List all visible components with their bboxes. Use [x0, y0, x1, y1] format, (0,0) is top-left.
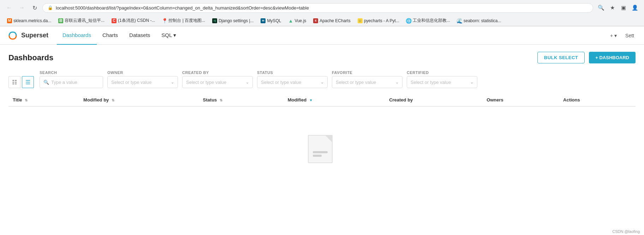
th-modified[interactable]: Modified ▼: [284, 94, 385, 106]
favicon-echarts: E: [313, 18, 318, 23]
chevron-down-icon: ⌄: [246, 80, 249, 85]
empty-doc-icon: [308, 135, 336, 167]
bookmark-mysql[interactable]: M MySQL: [258, 17, 284, 24]
url-text: localhost:5000/dashboard/list/?pageIndex…: [56, 5, 588, 11]
search-browser-button[interactable]: 🔍: [596, 3, 606, 13]
table-header: Title ⇅ Modified by ⇅ Status ⇅ Modifie: [8, 94, 636, 106]
app-container: Superset Dashboards Charts Datasets SQL …: [0, 26, 644, 235]
dashboards-table: Title ⇅ Modified by ⇅ Status ⇅ Modifie: [8, 94, 636, 107]
th-status[interactable]: Status ⇅: [199, 94, 284, 106]
back-button[interactable]: ←: [4, 3, 14, 13]
bookmark-django[interactable]: dj Django settings |...: [209, 17, 256, 24]
bookmark-ronglian[interactable]: 容 容联云通讯_短信平...: [55, 17, 107, 25]
empty-state: [8, 107, 636, 186]
page-content: Dashboards BULK SELECT + DASHBOARD ☷ ☰ S…: [0, 45, 644, 235]
bookmark-label: pyecharts - A Pyt...: [364, 18, 399, 23]
bookmark-star-button[interactable]: ★: [607, 3, 617, 13]
favicon-vue: ▲: [288, 18, 293, 23]
nav-links: Dashboards Charts Datasets SQL ▾: [57, 26, 182, 45]
browser-toolbar: ← → ↻ 🔒 localhost:5000/dashboard/list/?p…: [0, 0, 644, 16]
chevron-down-icon: ⌄: [395, 80, 399, 85]
favorite-placeholder: Select or type value: [336, 80, 393, 85]
favorite-select[interactable]: Select or type value ⌄: [332, 76, 402, 88]
table-container: Title ⇅ Modified by ⇅ Status ⇅ Modifie: [8, 94, 636, 107]
favicon-django: dj: [212, 18, 217, 23]
bookmark-pyecharts[interactable]: ☺ pyecharts - A Pyt...: [355, 17, 402, 24]
footer-text: CSDN @laofing: [612, 229, 640, 234]
grid-view-button[interactable]: ☷: [8, 76, 20, 88]
sort-icon-status: ⇅: [220, 98, 222, 102]
nav-link-dashboards[interactable]: Dashboards: [57, 26, 97, 45]
profile-button[interactable]: 👤: [630, 3, 640, 13]
certified-filter-label: CERTIFIED: [407, 70, 477, 75]
reload-button[interactable]: ↻: [30, 3, 40, 13]
nav-link-charts[interactable]: Charts: [97, 26, 124, 45]
th-title[interactable]: Title ⇅: [8, 94, 79, 106]
th-actions: Actions: [559, 94, 636, 106]
favicon-csdn: C: [112, 18, 117, 23]
bookmark-seaborn[interactable]: 🌊 seaborn: statistica...: [454, 17, 504, 24]
status-filter-label: STATUS: [257, 70, 328, 75]
extensions-button[interactable]: ▣: [619, 3, 628, 13]
superset-logo-text: Superset: [21, 32, 48, 39]
search-input[interactable]: [51, 80, 111, 85]
address-bar[interactable]: 🔒 localhost:5000/dashboard/list/?pageInd…: [42, 3, 593, 13]
th-title-label: Title: [13, 97, 22, 103]
doc-line-2: [313, 155, 322, 157]
footer-bar: CSDN @laofing: [608, 228, 644, 235]
nav-link-datasets[interactable]: Datasets: [124, 26, 156, 45]
created-by-filter-label: CREATED BY: [182, 70, 253, 75]
nav-plus-button[interactable]: + ▾: [607, 31, 620, 40]
certified-placeholder: Select or type value: [411, 80, 468, 85]
sort-icon-modified-by: ⇅: [112, 98, 114, 102]
filters-row: ☷ ☰ SEARCH 🔍 OWNER Select or type value …: [8, 70, 636, 88]
superset-logo[interactable]: Superset: [7, 30, 48, 41]
favicon-sklearn: M: [7, 18, 12, 23]
th-modified-by[interactable]: Modified by ⇅: [79, 94, 198, 106]
forward-button[interactable]: →: [17, 3, 27, 13]
bookmark-echarts[interactable]: E Apache ECharts: [310, 17, 353, 24]
created-by-select[interactable]: Select or type value ⌄: [182, 76, 253, 88]
nav-link-sql[interactable]: SQL ▾: [156, 26, 182, 45]
owner-select[interactable]: Select or type value ⌄: [107, 76, 178, 88]
th-created-by: Created by: [385, 94, 482, 106]
owner-filter-label: OWNER: [107, 70, 178, 75]
search-icon: 🔍: [43, 80, 49, 85]
bookmark-label: 容联云通讯_短信平...: [65, 18, 105, 24]
owner-placeholder: Select or type value: [111, 80, 169, 85]
chevron-down-icon: ⌄: [171, 80, 174, 85]
doc-body: [308, 135, 333, 163]
doc-lines: [313, 151, 328, 157]
bookmark-label: MySQL: [267, 18, 281, 23]
bookmark-sklearn[interactable]: M sklearn.metrics.da...: [4, 17, 54, 24]
nav-settings-button[interactable]: Sett: [622, 31, 637, 40]
bookmark-label: Vue.js: [294, 18, 306, 23]
add-dashboard-button[interactable]: + DASHBOARD: [589, 52, 636, 63]
browser-right-icons: 🔍 ★ ▣ 👤: [596, 3, 640, 13]
page-title: Dashboards: [8, 53, 53, 62]
browser-chrome: ← → ↻ 🔒 localhost:5000/dashboard/list/?p…: [0, 0, 644, 26]
favicon-mysql: M: [261, 18, 266, 23]
sort-icon-title: ⇅: [25, 98, 28, 102]
status-select[interactable]: Select or type value ⌄: [257, 76, 328, 88]
bookmark-label: (1条消息) CSDN -...: [118, 18, 155, 24]
chevron-down-icon: ⌄: [321, 80, 324, 85]
bulk-select-button[interactable]: BULK SELECT: [537, 52, 585, 63]
th-owners-label: Owners: [487, 97, 503, 103]
certified-select[interactable]: Select or type value ⌄: [407, 76, 477, 88]
doc-corner: [326, 136, 332, 142]
favicon-ronglian: 容: [58, 18, 63, 23]
bookmark-vue[interactable]: ▲ Vue.js: [285, 17, 309, 24]
favorite-filter-group: FAVORITE Select or type value ⌄: [332, 70, 402, 88]
created-by-placeholder: Select or type value: [186, 80, 244, 85]
bookmark-baidu[interactable]: 📍 控制台 | 百度地图...: [159, 17, 208, 25]
list-view-button[interactable]: ☰: [22, 76, 34, 88]
favicon-seaborn: 🌊: [457, 18, 462, 23]
bookmark-miit[interactable]: 🌐 工业和信息化部教...: [404, 17, 453, 25]
lock-icon: 🔒: [48, 5, 53, 10]
bookmark-csdn[interactable]: C (1条消息) CSDN -...: [109, 17, 158, 25]
top-nav: Superset Dashboards Charts Datasets SQL …: [0, 26, 644, 45]
certified-filter-group: CERTIFIED Select or type value ⌄: [407, 70, 477, 88]
search-input-wrap: 🔍: [40, 76, 103, 88]
th-owners: Owners: [482, 94, 559, 106]
